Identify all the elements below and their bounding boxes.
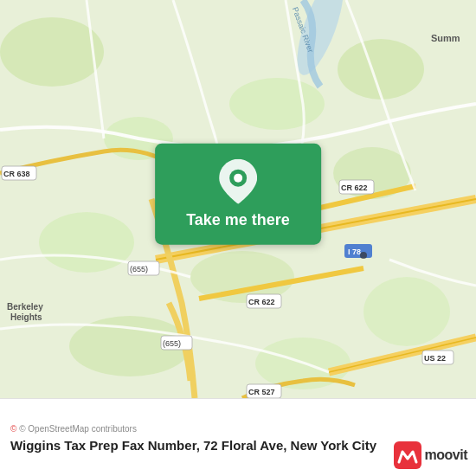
svg-point-7 (39, 212, 134, 273)
svg-text:CR 527: CR 527 (248, 388, 275, 396)
svg-point-9 (363, 277, 450, 346)
cta-button-label: Take me there (186, 211, 290, 229)
svg-point-32 (360, 252, 367, 259)
svg-text:CR 622: CR 622 (341, 183, 368, 192)
moovit-logo: moovit (394, 441, 467, 469)
moovit-icon (394, 441, 421, 469)
svg-point-2 (0, 17, 104, 87)
location-pin-icon (219, 159, 257, 204)
svg-text:CR 638: CR 638 (3, 170, 30, 178)
svg-point-4 (229, 78, 325, 130)
bottom-info-bar: © © OpenStreetMap contributors Wiggins T… (0, 398, 476, 476)
svg-rect-35 (394, 441, 421, 469)
svg-text:I 78: I 78 (348, 248, 361, 256)
svg-text:CR 622: CR 622 (248, 298, 275, 306)
svg-text:US 22: US 22 (424, 354, 446, 363)
svg-text:Summ: Summ (431, 33, 460, 43)
attribution-text: © OpenStreetMap contributors (19, 424, 137, 434)
map-container: CR 638 CR 622 CR 622 CR 527 I 78 US 22 (… (0, 0, 476, 398)
svg-point-34 (234, 174, 242, 183)
svg-text:(655): (655) (163, 339, 181, 348)
map-attribution: © © OpenStreetMap contributors (10, 424, 466, 434)
svg-text:Berkeley: Berkeley (7, 302, 43, 312)
take-me-there-button[interactable]: Take me there (155, 144, 321, 245)
cta-overlay: Take me there (155, 144, 321, 245)
moovit-text: moovit (425, 447, 467, 463)
svg-text:(655): (655) (130, 265, 148, 273)
svg-text:Heights: Heights (10, 312, 42, 322)
svg-point-3 (338, 39, 424, 100)
